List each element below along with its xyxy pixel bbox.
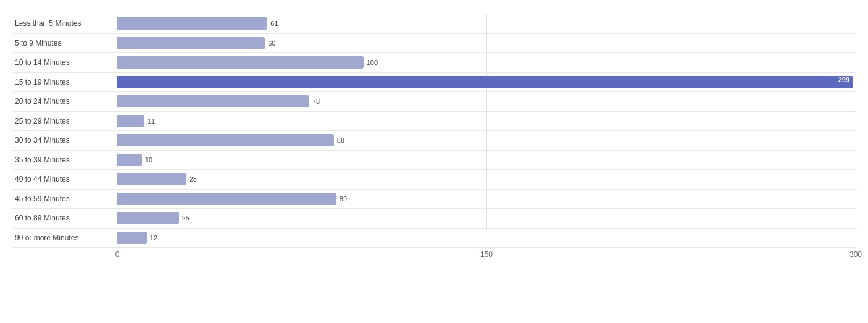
bar-label: 15 to 19 Minutes	[12, 78, 117, 86]
bar-fill	[117, 37, 265, 49]
x-tick: 0	[115, 250, 120, 259]
bar-value: 60	[268, 40, 275, 47]
bar-label: 5 to 9 Minutes	[12, 39, 117, 48]
bar-label: 20 to 24 Minutes	[12, 97, 117, 106]
bar-label: 10 to 14 Minutes	[12, 58, 117, 67]
bars-section: Less than 5 Minutes615 to 9 Minutes6010 …	[12, 14, 856, 248]
bar-track: 11	[117, 112, 856, 130]
bar-fill	[117, 212, 179, 224]
bar-label: 45 to 59 Minutes	[12, 195, 117, 203]
bar-value: 25	[182, 214, 190, 222]
bar-row: 15 to 19 Minutes299	[12, 73, 856, 93]
bar-track: 299	[117, 73, 856, 91]
bar-row: 20 to 24 Minutes78	[12, 92, 856, 112]
bar-row: 25 to 29 Minutes11	[12, 112, 856, 132]
bar-row: 30 to 34 Minutes88	[12, 131, 856, 151]
bar-value: 11	[148, 117, 155, 125]
bar-track: 61	[117, 15, 856, 33]
bar-row: 40 to 44 Minutes28	[12, 170, 856, 190]
bar-track: 28	[117, 170, 856, 188]
bar-fill	[117, 95, 309, 107]
bar-value: 12	[150, 234, 157, 241]
bar-value: 89	[340, 195, 347, 203]
bar-fill	[117, 154, 142, 166]
bar-fill	[117, 193, 336, 205]
bar-track: 78	[117, 93, 856, 111]
bar-row: 45 to 59 Minutes89	[12, 190, 856, 209]
bar-label: Less than 5 Minutes	[12, 19, 117, 28]
bar-fill	[117, 134, 334, 146]
bar-row: 90 or more Minutes12	[12, 229, 856, 248]
bar-row: Less than 5 Minutes61	[12, 14, 856, 34]
bar-fill	[117, 232, 147, 244]
bar-fill: 299	[117, 76, 853, 88]
bar-value: 78	[312, 98, 320, 105]
bar-row: 5 to 9 Minutes60	[12, 34, 856, 54]
bar-fill	[117, 56, 364, 69]
bar-label: 60 to 89 Minutes	[12, 214, 117, 222]
bar-label: 25 to 29 Minutes	[12, 117, 117, 125]
bar-track: 12	[117, 229, 856, 247]
bar-value-inside: 299	[838, 76, 849, 83]
grid-line	[856, 14, 856, 230]
bar-row: 60 to 89 Minutes25	[12, 209, 856, 229]
bar-track: 60	[117, 35, 856, 52]
bar-track: 25	[117, 209, 856, 227]
bar-row: 35 to 39 Minutes10	[12, 151, 856, 170]
bar-label: 90 or more Minutes	[12, 233, 117, 242]
chart-container: Less than 5 Minutes615 to 9 Minutes6010 …	[0, 0, 868, 323]
bar-track: 89	[117, 190, 856, 208]
bar-label: 40 to 44 Minutes	[12, 175, 117, 183]
bar-value: 100	[367, 59, 378, 66]
bar-label: 30 to 34 Minutes	[12, 136, 117, 145]
x-axis: 0150300	[117, 248, 856, 265]
bar-value: 10	[145, 156, 152, 164]
bar-fill	[117, 173, 186, 185]
bar-value: 28	[190, 175, 197, 183]
bar-fill	[117, 17, 267, 30]
x-tick: 300	[849, 250, 862, 259]
bar-value: 61	[270, 20, 278, 27]
bar-track: 100	[117, 54, 856, 72]
bar-track: 88	[117, 132, 856, 149]
bar-fill	[117, 115, 144, 127]
bar-row: 10 to 14 Minutes100	[12, 53, 856, 73]
bar-value: 88	[337, 136, 344, 144]
bar-track: 10	[117, 151, 856, 169]
x-tick: 150	[480, 250, 493, 259]
bar-label: 35 to 39 Minutes	[12, 156, 117, 164]
chart-area: Less than 5 Minutes615 to 9 Minutes6010 …	[12, 14, 856, 265]
